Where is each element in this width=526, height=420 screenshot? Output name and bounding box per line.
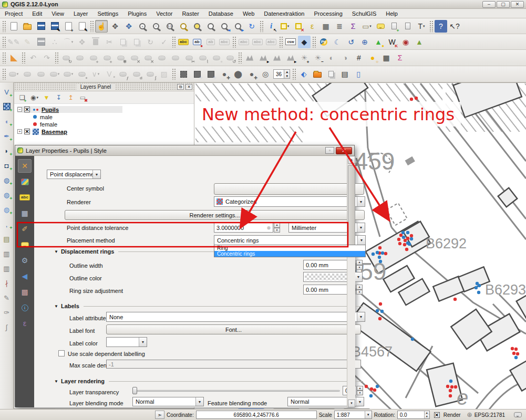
offset-point-symbols[interactable]: ▾ bbox=[7, 68, 20, 80]
toolbar-grip[interactable] bbox=[22, 52, 25, 64]
paste-features[interactable] bbox=[130, 36, 143, 48]
label-color-button[interactable]: ▼ bbox=[106, 337, 147, 347]
deselect-features[interactable]: ✕ bbox=[292, 20, 305, 33]
coordinate-field[interactable]: 695890.4,245776.6 bbox=[196, 411, 317, 419]
layer-rendering-group-header[interactable]: ▼ Layer rendering bbox=[54, 378, 363, 384]
tab-variables[interactable]: ε bbox=[18, 317, 32, 330]
increase-brightness[interactable]: ☀＋ bbox=[298, 51, 311, 64]
vertex-marker[interactable]: V° bbox=[103, 68, 116, 80]
curve-rail-tool[interactable]: ∫ bbox=[1, 321, 13, 333]
point-distance-tolerance-field[interactable]: 3.0000000 ⊗ bbox=[214, 223, 273, 233]
split-features[interactable]: ✂ bbox=[183, 51, 195, 64]
filter-legend[interactable]: ▼ bbox=[41, 92, 52, 103]
move-feature[interactable]: ✥ bbox=[76, 36, 88, 48]
dialog-close-button[interactable]: ✕ bbox=[336, 147, 352, 154]
dropdown-option-concentric-rings[interactable]: Concentric rings bbox=[214, 251, 365, 257]
cut-features[interactable]: ✂ bbox=[103, 36, 116, 48]
add-postgis-layer[interactable]: ◖+ bbox=[1, 116, 13, 127]
layer-row-basemap[interactable]: +✕Basemap bbox=[17, 128, 194, 135]
epsg-status[interactable]: EPSG:21781 bbox=[475, 412, 505, 418]
toolbar-grip[interactable] bbox=[2, 52, 6, 64]
show-statistical-summary[interactable]: Σ bbox=[347, 20, 359, 33]
dialog-title-bar[interactable]: Layer Properties - Pupils | Style ▫ ✕ bbox=[15, 145, 354, 156]
menu-database[interactable]: Database bbox=[204, 9, 238, 18]
full-cumulative-stretch[interactable]: ▸ bbox=[284, 51, 297, 64]
delete-part[interactable]: ✕ bbox=[142, 51, 154, 64]
simplify-feature-adv[interactable] bbox=[74, 51, 86, 64]
add-ring[interactable]: ＋ bbox=[87, 51, 100, 64]
menu-settings[interactable]: Settings bbox=[92, 9, 123, 18]
pdt-spinner[interactable]: ▲▼ bbox=[274, 223, 280, 233]
measure-rail-tool[interactable]: ∤ bbox=[1, 277, 13, 289]
menu-plugins[interactable]: Plugins bbox=[123, 9, 151, 18]
slider-handle[interactable] bbox=[132, 387, 137, 394]
max-scale-field[interactable]: -1 bbox=[106, 360, 361, 369]
scale-combo[interactable]: 1:887 ▼ bbox=[334, 411, 372, 419]
zoom-to-selection[interactable] bbox=[191, 20, 203, 33]
add-raster-layer[interactable]: + bbox=[1, 101, 13, 112]
current-edits[interactable]: ✎✎ bbox=[7, 36, 20, 48]
menu-project[interactable]: Project bbox=[0, 9, 27, 18]
menu-processing[interactable]: Processing bbox=[309, 9, 347, 18]
toolbar-grip[interactable] bbox=[172, 68, 176, 80]
collapse-all[interactable]: ↥ bbox=[65, 92, 76, 103]
select-plus[interactable]: ✛ bbox=[191, 68, 203, 80]
add-feature[interactable]: ∴ bbox=[48, 36, 61, 48]
toolbar-grip[interactable] bbox=[429, 20, 433, 32]
rotation-spinbox[interactable]: 0.0 ▲▼ bbox=[397, 411, 430, 419]
blue-book-tool[interactable]: ▯ bbox=[352, 68, 365, 80]
scroll-down-icon[interactable]: ▼ bbox=[348, 400, 355, 407]
advanced-digitizing[interactable] bbox=[7, 51, 20, 64]
gps-tools[interactable]: ▤ bbox=[1, 233, 13, 245]
messages-icon[interactable] bbox=[511, 408, 524, 420]
restore-button[interactable]: ▢ bbox=[497, 1, 510, 8]
expand-all[interactable]: ↧ bbox=[53, 92, 64, 103]
map-tips[interactable] bbox=[374, 20, 387, 33]
offset-curve[interactable] bbox=[169, 51, 182, 64]
web-tools[interactable]: ⊕ bbox=[358, 36, 371, 48]
clear-field-icon[interactable]: ⊗ bbox=[266, 225, 271, 230]
menu-help[interactable]: Help bbox=[381, 9, 403, 18]
toolbar-grip[interactable] bbox=[2, 20, 6, 32]
add-part[interactable]: ＋ bbox=[101, 51, 114, 64]
tree-expander-icon[interactable]: − bbox=[17, 107, 22, 112]
ring-size-spinner[interactable]: ▲▼ bbox=[356, 285, 363, 295]
zoom-full[interactable] bbox=[177, 20, 190, 33]
tab-actions[interactable]: ⚙ bbox=[18, 254, 32, 267]
tree-expander-icon[interactable]: + bbox=[17, 129, 22, 134]
vertex-tool[interactable]: ∨▾ bbox=[89, 68, 102, 80]
label-properties[interactable]: abc bbox=[265, 36, 277, 48]
copy-features[interactable] bbox=[117, 36, 129, 48]
circle-cross[interactable]: ●✛ bbox=[218, 68, 231, 80]
wkt-tool[interactable]: WK bbox=[386, 36, 398, 48]
tab-rendering[interactable]: ✐ bbox=[18, 222, 32, 236]
toolbar-grip[interactable] bbox=[90, 20, 94, 32]
rotation-down-icon[interactable]: ▼ bbox=[424, 415, 429, 418]
copy-pages-tool[interactable] bbox=[325, 68, 337, 80]
metasearch[interactable]: ◆ bbox=[298, 36, 311, 48]
spiral-tool[interactable]: ◎ bbox=[259, 68, 272, 80]
toolbar-grip[interactable] bbox=[55, 52, 58, 64]
add-group[interactable]: ❏＋ bbox=[17, 92, 28, 103]
distribute-tool[interactable] bbox=[21, 68, 34, 80]
select-by-expression[interactable]: ε bbox=[306, 20, 318, 33]
circle-plus[interactable]: ●✛ bbox=[245, 68, 258, 80]
scroll-up-icon[interactable]: ▲ bbox=[348, 156, 355, 164]
save-layer-edits[interactable] bbox=[35, 36, 47, 48]
new-bookmark[interactable]: ＋ bbox=[388, 20, 400, 33]
csw-search[interactable]: csw bbox=[284, 36, 297, 48]
manage-layer-visibility[interactable]: ◉▾ bbox=[29, 92, 40, 103]
vector-green-tool[interactable]: ▲● bbox=[372, 36, 385, 48]
layer-checkbox[interactable]: ✕ bbox=[24, 129, 30, 134]
delete-ring[interactable]: ✕ bbox=[128, 51, 141, 64]
placement-method-combo[interactable]: Concentric rings ▼ bbox=[214, 235, 366, 245]
merge-features[interactable]: ▫ bbox=[210, 51, 223, 64]
menu-web[interactable]: Web bbox=[238, 9, 259, 18]
rotate-point-symbols[interactable]: ↺ bbox=[224, 51, 236, 64]
decrease-contrast[interactable]: ◑ bbox=[339, 51, 352, 64]
tab-style[interactable] bbox=[18, 175, 32, 188]
tab-fields[interactable]: ▦ bbox=[18, 206, 32, 220]
select-rectangle-dark[interactable] bbox=[177, 68, 190, 80]
label-move[interactable]: abc bbox=[238, 36, 250, 48]
renderer-combo[interactable]: Categorized ▼ bbox=[214, 196, 365, 207]
